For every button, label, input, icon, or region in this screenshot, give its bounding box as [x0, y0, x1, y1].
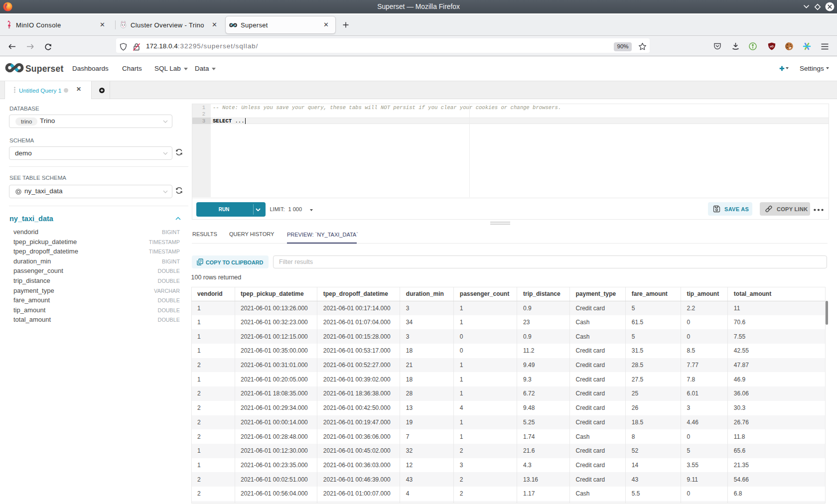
svg-text:uO: uO — [770, 45, 774, 48]
